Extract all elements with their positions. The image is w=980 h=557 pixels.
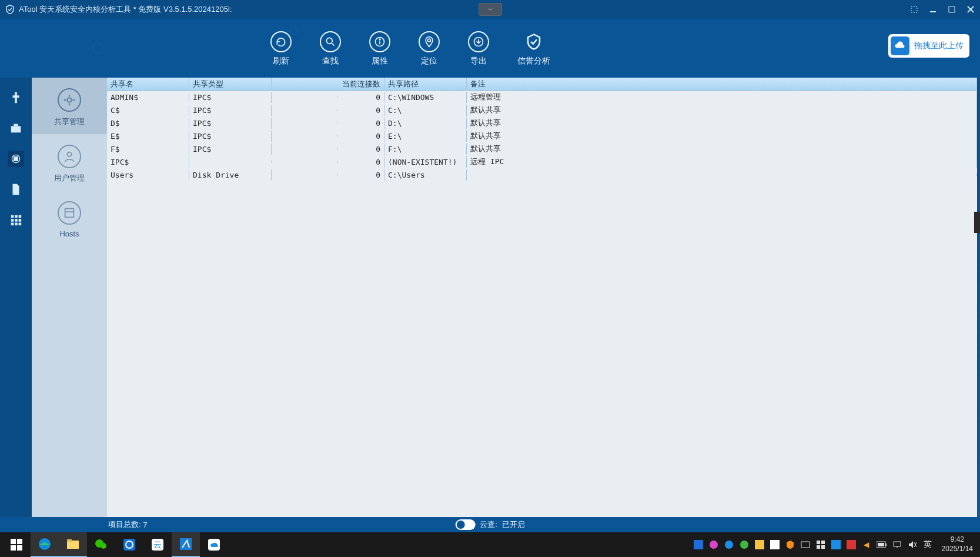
table-row[interactable]: IPC$0(NON-EXISTENT!)远程 IPC [107,155,977,168]
window-close-button[interactable] [966,5,975,14]
tray-icon[interactable] [708,539,720,551]
col-header-type[interactable]: 共享类型 [189,78,272,91]
sub-sidebar: 共享管理 用户管理 Hosts [32,78,107,517]
cell-note: 远程管理 [467,91,977,104]
taskbar-cloud-app[interactable]: 云 [143,532,172,557]
window-minimize-button[interactable] [928,5,938,14]
title-bar: ATool 安天系统安全内核分析工具 * 免费版 V3.5.1.5.202412… [0,0,980,19]
svg-point-49 [725,541,733,549]
window-restore-button[interactable] [909,5,919,14]
svg-rect-17 [14,159,16,161]
upload-label: 拖拽至此上传 [914,41,964,51]
tray-icon[interactable] [693,539,704,551]
taskbar-explorer[interactable] [59,532,87,557]
title-dropdown[interactable] [479,3,502,16]
nav-tools-icon[interactable] [8,89,24,106]
sidebar-item-share-manage[interactable]: 共享管理 [32,78,107,134]
cloud-check-status: 云查: 已开启 [455,519,525,530]
svg-rect-52 [770,540,780,549]
item-count-value: 7 [143,521,147,529]
table-row[interactable]: F$IPC$0F:\默认共享 [107,142,977,155]
sidebar-item-user-manage[interactable]: 用户管理 [32,134,107,191]
cell-type: IPC$ [189,118,272,129]
tray-icon[interactable] [754,539,765,551]
start-button[interactable] [2,532,31,557]
cell-conn: 0 [337,144,384,155]
tray-icon[interactable] [723,539,735,551]
hosts-icon [58,201,81,225]
cell-conn: 0 [337,92,384,103]
cell-name: Users [107,169,189,181]
svg-rect-12 [11,126,21,132]
refresh-button[interactable]: 刷新 [270,31,292,66]
svg-rect-0 [911,6,917,12]
tray-icon[interactable] [769,539,781,551]
taskbar-atool[interactable] [172,532,200,557]
app-shield-icon [5,4,15,15]
reputation-button[interactable]: 信誉分析 [517,31,550,66]
nav-briefcase-icon[interactable] [8,120,24,136]
table-row[interactable]: UsersDisk Drive0C:\Users [107,168,977,181]
nav-file-icon[interactable] [8,181,24,198]
taskbar-app-blue[interactable] [115,532,143,557]
tray-icon[interactable] [845,539,857,551]
tray-network-icon[interactable] [891,539,903,551]
taskbar-edge[interactable] [31,532,59,557]
tray-overflow-icon[interactable]: ◀ [861,539,872,551]
taskbar-wechat[interactable] [87,532,115,557]
col-header-name[interactable]: 共享名 [107,78,189,91]
taskbar-baidu-cloud[interactable] [200,532,228,557]
svg-rect-56 [817,545,820,549]
cell-type: IPC$ [189,92,272,103]
cell-type: IPC$ [189,144,272,155]
nav-windows-icon[interactable] [8,151,24,167]
cell-extra [272,96,337,98]
locate-button[interactable]: 定位 [419,31,440,66]
search-button[interactable]: 查找 [320,31,341,66]
sidebar-item-hosts[interactable]: Hosts [32,191,107,245]
properties-button[interactable]: 属性 [369,31,390,66]
window-maximize-button[interactable] [947,5,956,14]
cell-note [467,174,977,176]
col-header-path[interactable]: 共享路径 [384,78,467,91]
tray-icon[interactable] [738,539,750,551]
share-icon [58,88,81,112]
svg-rect-26 [15,223,18,226]
cell-path: D:\ [384,118,467,129]
svg-rect-19 [11,215,14,218]
svg-rect-2 [949,6,955,12]
sidebar-label: Hosts [32,229,107,238]
table-row[interactable]: C$IPC$0C:\默认共享 [107,104,977,116]
svg-rect-54 [817,541,820,544]
tray-icon[interactable] [830,539,842,551]
chevron-down-icon [487,6,494,13]
nav-grid-icon[interactable] [8,212,24,228]
tray-icon[interactable] [815,539,827,551]
upload-dropzone[interactable]: 拖拽至此上传 [888,34,969,58]
tray-icon[interactable] [800,539,811,551]
cell-note: 默认共享 [467,142,977,155]
app-window: ATool 安天系统安全内核分析工具 * 免费版 V3.5.1.5.202412… [0,0,980,532]
col-header-conn[interactable]: 当前连接数 [337,78,384,91]
cell-extra [272,109,337,111]
tray-volume-icon[interactable] [907,539,918,551]
refresh-icon [270,31,292,52]
export-label: 导出 [470,56,487,66]
tray-battery-icon[interactable] [876,539,888,551]
col-header-note[interactable]: 备注 [467,78,977,91]
export-button[interactable]: 导出 [468,31,489,66]
table-row[interactable]: E$IPC$0E:\默认共享 [107,129,977,142]
tray-icon[interactable] [784,539,796,551]
right-edge-handle[interactable] [974,212,980,233]
cell-conn: 0 [337,118,384,129]
svg-rect-15 [14,157,16,159]
svg-rect-62 [878,543,884,546]
cloud-toggle[interactable] [455,519,475,530]
tray-ime[interactable]: 英 [922,539,934,551]
table-row[interactable]: D$IPC$0D:\默认共享 [107,116,977,129]
col-header-extra[interactable] [272,83,337,85]
svg-rect-34 [11,545,16,551]
taskbar-clock[interactable]: 9:42 2025/1/14 [937,535,973,553]
table-row[interactable]: ADMIN$IPC$0C:\WINDOWS远程管理 [107,91,977,104]
svg-rect-16 [16,157,18,159]
